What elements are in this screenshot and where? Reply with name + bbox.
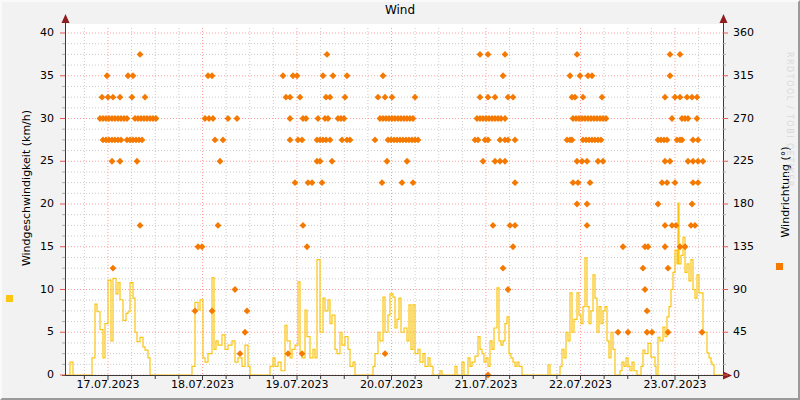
left-axis-tick-label: 5	[16, 326, 54, 338]
right-axis-tick-label: 360	[733, 27, 773, 39]
wind-chart: Wind Windgeschwindigkeit (km/h) Windrich…	[0, 0, 800, 400]
x-axis-date-label: 20.07.2023	[347, 379, 437, 391]
chart-title: Wind	[0, 3, 800, 17]
right-axis-tick-label: 45	[733, 326, 773, 338]
x-axis-date-label: 18.07.2023	[158, 379, 248, 391]
x-axis-date-label: 22.07.2023	[536, 379, 626, 391]
x-axis-date-label: 21.07.2023	[441, 379, 531, 391]
left-axis-tick-label: 40	[16, 27, 54, 39]
right-axis-tick-label: 315	[733, 70, 773, 82]
left-axis-tick-label: 0	[16, 369, 54, 381]
left-axis-tick-label: 10	[16, 284, 54, 296]
left-axis-tick-label: 25	[16, 155, 54, 167]
left-axis-tick-label: 35	[16, 70, 54, 82]
right-axis-tick-label: 90	[733, 284, 773, 296]
right-axis-tick-label: 225	[733, 155, 773, 167]
x-axis-date-label: 19.07.2023	[252, 379, 342, 391]
plot-area	[0, 0, 800, 400]
x-axis-date-label: 17.07.2023	[63, 379, 153, 391]
watermark: RRDTOOL / TOBI OETIKER	[785, 52, 794, 188]
right-axis-tick-label: 270	[733, 113, 773, 125]
speed-legend-swatch	[6, 295, 13, 302]
right-axis-tick-label: 0	[733, 369, 773, 381]
left-axis-tick-label: 30	[16, 113, 54, 125]
left-axis-tick-label: 15	[16, 241, 54, 253]
right-axis-tick-label: 135	[733, 241, 773, 253]
x-axis-date-label: 23.07.2023	[630, 379, 720, 391]
right-axis-tick-label: 180	[733, 198, 773, 210]
direction-legend-swatch	[776, 263, 783, 270]
left-axis-tick-label: 20	[16, 198, 54, 210]
plot-background	[65, 24, 723, 375]
